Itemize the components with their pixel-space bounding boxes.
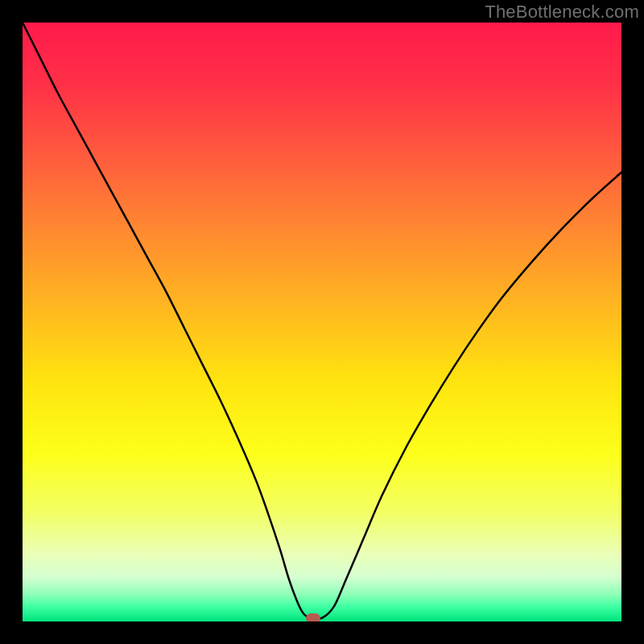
bottleneck-curve bbox=[23, 23, 621, 619]
bottleneck-point-marker bbox=[306, 613, 320, 621]
curve-layer bbox=[23, 23, 621, 621]
chart-stage: TheBottleneck.com bbox=[0, 0, 644, 644]
watermark-text: TheBottleneck.com bbox=[485, 2, 639, 23]
plot-area bbox=[23, 23, 621, 621]
